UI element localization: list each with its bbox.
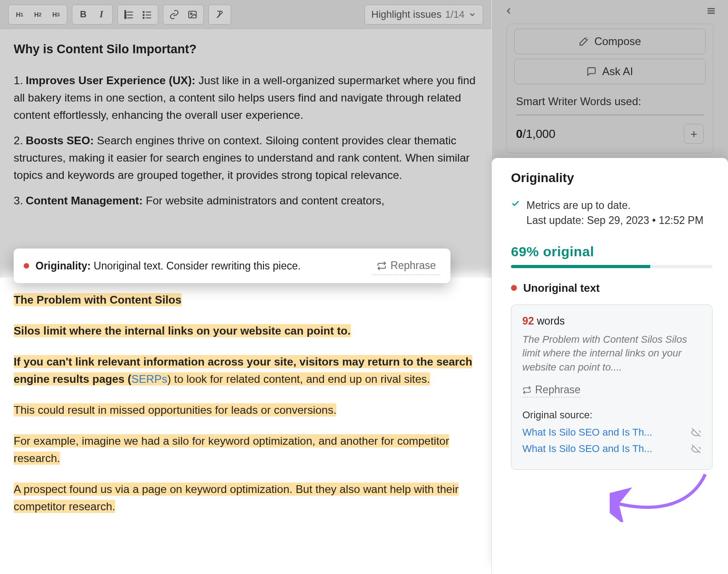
sidebar-menu-button[interactable] [704,4,718,18]
refresh-icon [522,386,531,395]
chevron-down-icon [468,10,476,19]
sidebar-top: Compose Ask AI Smart Writer Words used: … [492,0,728,153]
hl-p3: This could result in missed opportunitie… [14,403,336,417]
hl-p1: Silos limit where the internal links on … [14,324,351,337]
annotation-arrow-icon [610,472,710,522]
sw-used: 0 [516,127,522,141]
h2-button[interactable]: H2 [30,7,46,22]
svg-point-13 [190,13,192,15]
list-group: 123 [117,5,158,25]
red-dot-icon [511,285,517,291]
insert-group [163,5,204,25]
image-button[interactable] [184,7,201,22]
rephrase-card-button[interactable]: Rephrase [522,384,581,397]
unordered-list-button[interactable] [139,7,155,22]
source-link[interactable]: What Is Silo SEO and Is Th... [522,443,652,455]
heading-group: H1 H2 H3 [8,5,67,25]
sw-total: /1,000 [522,127,555,141]
hide-icon[interactable] [691,427,701,437]
list-item: 3.Content Management: For website admini… [14,192,478,209]
originality-bar-fill [511,265,650,268]
ai-tools-card: Compose Ask AI Smart Writer Words used: … [506,24,713,153]
ask-ai-button[interactable]: Ask AI [514,59,706,84]
originality-bar [511,265,713,268]
hl-heading: The Problem with Content Silos [14,293,182,306]
rephrase-inline-button[interactable]: Rephrase [372,257,440,275]
hl-p4: For example, imagine we had a silo for k… [14,434,449,465]
editor-toolbar: H1 H2 H3 B I 123 [0,0,491,29]
smart-writer-label: Smart Writer Words used: [507,89,713,108]
highlight-label: Highlight issues [371,9,441,20]
popup-label: Originality: [35,260,91,272]
sidebar-header [499,0,721,22]
source-row: What Is Silo SEO and Is Th... [522,427,701,438]
clear-group [208,5,231,25]
svg-point-10 [143,17,144,18]
svg-point-6 [143,11,144,13]
compose-button[interactable]: Compose [514,29,706,54]
word-count: 92 words [522,315,701,327]
popup-message: Unoriginal text. Consider rewriting this… [94,260,301,272]
check-icon [511,199,520,229]
h1-button[interactable]: H1 [11,7,28,22]
link-button[interactable] [166,7,182,22]
sidebar: Compose Ask AI Smart Writer Words used: … [491,0,728,574]
originality-inline-popup: Originality: Unoriginal text. Consider r… [14,249,450,283]
highlighted-content[interactable]: The Problem with Content Silos Silos lim… [0,278,491,574]
document-heading: Why is Content Silo Important? [14,40,478,59]
metrics-line1: Metrics are up to date. [526,198,703,213]
bold-button[interactable]: B [75,7,91,22]
snippet-text: The Problem with Content Silos Silos lim… [522,333,701,375]
originality-percent: 69% original [511,244,713,259]
list-item: 1.Improves User Experience (UX): Just li… [14,72,478,124]
serps-link[interactable]: SERPs [131,372,167,386]
originality-title: Originality [511,171,713,185]
originality-panel: Originality Metrics are up to date. Last… [492,158,728,574]
sidebar-back-button[interactable] [502,4,516,18]
status-dot-icon [24,263,29,269]
hl-p2b: ) to look for related content, and end u… [167,372,430,386]
source-link[interactable]: What Is Silo SEO and Is Th... [522,427,652,438]
chat-icon [586,66,597,76]
hide-icon[interactable] [691,444,701,454]
highlight-issues-dropdown[interactable]: Highlight issues 1/14 [364,5,483,25]
ordered-list-button[interactable]: 123 [121,7,137,22]
unoriginal-card: 92 words The Problem with Content Silos … [511,305,713,470]
clear-format-button[interactable] [212,7,228,22]
hl-p5: A prospect found us via a page on keywor… [14,483,459,513]
list-item: 2.Boosts SEO: Search engines thrive on c… [14,132,478,184]
source-label: Original source: [522,409,701,421]
format-group: B I [72,5,113,25]
editor-pane: H1 H2 H3 B I 123 [0,0,491,574]
unoriginal-header: Unoriginal text [511,282,713,295]
svg-point-8 [143,14,144,15]
smart-writer-usage: 0/1,000 + [507,116,713,153]
refresh-icon [377,261,387,271]
editor-body[interactable]: Why is Content Silo Important? 1.Improve… [0,29,491,236]
wand-icon [579,36,589,46]
metrics-line2: Last update: Sep 29, 2023 • 12:52 PM [526,213,703,228]
highlight-count: 1/14 [445,9,465,20]
svg-text:3: 3 [125,16,126,19]
source-row: What Is Silo SEO and Is Th... [522,443,701,455]
add-words-button[interactable]: + [684,124,704,144]
h3-button[interactable]: H3 [48,7,64,22]
metrics-row: Metrics are up to date. Last update: Sep… [511,198,713,229]
italic-button[interactable]: I [93,7,110,22]
